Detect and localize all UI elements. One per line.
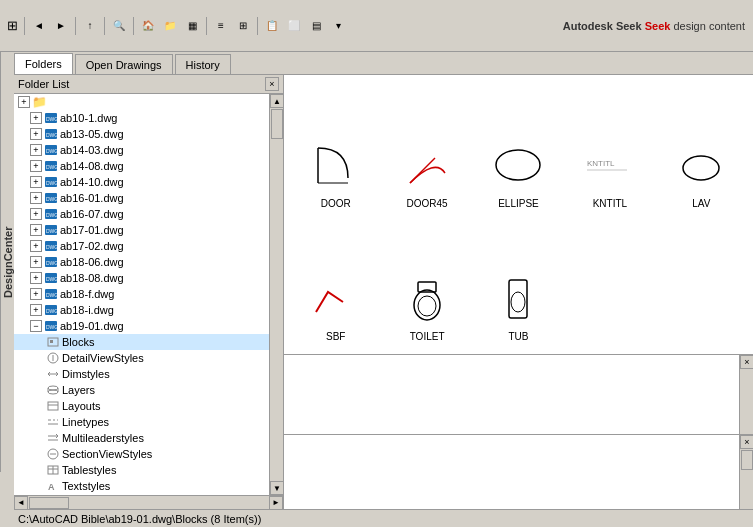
- expand-ab16-01[interactable]: +: [30, 192, 42, 204]
- list-item[interactable]: + DWG ab16-01.dwg: [14, 190, 283, 206]
- block-item-door45[interactable]: DOOR45: [383, 83, 470, 213]
- list-item[interactable]: − DWG ab19-01.dwg: [14, 318, 283, 334]
- sep6: [257, 17, 258, 35]
- block-item-kntitl[interactable]: KNTITL KNTITL: [566, 83, 653, 213]
- btn-home[interactable]: 🏠: [138, 16, 158, 36]
- list-item[interactable]: Multileaderstyles: [14, 430, 283, 446]
- h-scroll-right[interactable]: ►: [269, 496, 283, 510]
- expand-ab14-03[interactable]: +: [30, 144, 42, 156]
- dwg-icon-ab14-08: DWG: [44, 159, 58, 173]
- lower-panel-2-scroll-thumb[interactable]: [741, 450, 753, 470]
- list-item[interactable]: DetailViewStyles: [14, 350, 283, 366]
- btn-dropdown[interactable]: ▾: [328, 16, 348, 36]
- left-panel: Folder List × + 📁 + DWG ab10-1.dwg: [14, 75, 284, 509]
- content-area: Folder List × + 📁 + DWG ab10-1.dwg: [14, 74, 753, 509]
- svg-point-33: [48, 386, 58, 390]
- list-item[interactable]: Visualstyles: [14, 494, 283, 495]
- expand-ab17-02[interactable]: +: [30, 240, 42, 252]
- scroll-down-arrow[interactable]: ▼: [270, 481, 283, 495]
- block-item-lav[interactable]: LAV: [658, 83, 745, 213]
- block-item-sbf[interactable]: SBF: [292, 217, 379, 347]
- dim-icon: [46, 367, 60, 381]
- close-lower-panel-2-button[interactable]: ×: [740, 435, 753, 449]
- h-scroll-thumb[interactable]: [29, 497, 69, 509]
- list-item[interactable]: + DWG ab18-08.dwg: [14, 270, 283, 286]
- tree-h-scrollbar[interactable]: ◄ ►: [14, 495, 283, 509]
- btn-back[interactable]: ◄: [29, 16, 49, 36]
- expand-ab18-f[interactable]: +: [30, 288, 42, 300]
- svg-point-60: [683, 156, 719, 180]
- tub-preview: [488, 269, 548, 329]
- list-item[interactable]: + DWG ab17-01.dwg: [14, 222, 283, 238]
- close-lower-panel-1-button[interactable]: ×: [740, 355, 753, 369]
- expand-ab13[interactable]: +: [30, 128, 42, 140]
- layer-icon: [46, 383, 60, 397]
- btn-up[interactable]: ↑: [80, 16, 100, 36]
- right-panel: DOOR DOOR45: [284, 75, 753, 509]
- block-item-ellipse[interactable]: ELLIPSE: [475, 83, 562, 213]
- btn-list[interactable]: ≡: [211, 16, 231, 36]
- tab-open-drawings[interactable]: Open Drawings: [75, 54, 173, 74]
- list-item[interactable]: SectionViewStyles: [14, 446, 283, 462]
- expand-ab19-01[interactable]: −: [30, 320, 42, 332]
- btn-detail[interactable]: ⊞: [233, 16, 253, 36]
- list-item[interactable]: Tablestyles: [14, 462, 283, 478]
- expand-ab14-08[interactable]: +: [30, 160, 42, 172]
- expand-ab16-07[interactable]: +: [30, 208, 42, 220]
- list-item[interactable]: + DWG ab10-1.dwg: [14, 110, 283, 126]
- dwg-icon-ab18-06: DWG: [44, 255, 58, 269]
- expand-ab18-i[interactable]: +: [30, 304, 42, 316]
- list-item[interactable]: Layers: [14, 382, 283, 398]
- expand-ab18-08[interactable]: +: [30, 272, 42, 284]
- tree-item-root[interactable]: + 📁: [14, 94, 283, 110]
- list-item[interactable]: + DWG ab14-10.dwg: [14, 174, 283, 190]
- list-item[interactable]: Dimstyles: [14, 366, 283, 382]
- sep1: [24, 17, 25, 35]
- list-item[interactable]: Blocks: [14, 334, 283, 350]
- tab-folders[interactable]: Folders: [14, 53, 73, 74]
- block-item-toilet[interactable]: TOILET: [383, 217, 470, 347]
- list-item[interactable]: Layouts: [14, 398, 283, 414]
- tab-history[interactable]: History: [175, 54, 231, 74]
- expand-ab18-06[interactable]: +: [30, 256, 42, 268]
- dwg-icon-ab19-01: DWG: [44, 319, 58, 333]
- list-item[interactable]: Linetypes: [14, 414, 283, 430]
- expand-ab17-01[interactable]: +: [30, 224, 42, 236]
- item-label-ab19-01: ab19-01.dwg: [60, 320, 124, 332]
- list-item[interactable]: + DWG ab18-f.dwg: [14, 286, 283, 302]
- btn-search[interactable]: 🔍: [109, 16, 129, 36]
- btn-view2[interactable]: ⬜: [284, 16, 304, 36]
- kntitl-preview: KNTITL: [580, 136, 640, 196]
- scroll-thumb[interactable]: [271, 109, 283, 139]
- btn-tree[interactable]: 📁: [160, 16, 180, 36]
- btn-view1[interactable]: 📋: [262, 16, 282, 36]
- h-scroll-left[interactable]: ◄: [14, 496, 28, 510]
- expand-ab10[interactable]: +: [30, 112, 42, 124]
- expand-ab14-10[interactable]: +: [30, 176, 42, 188]
- btn-preview[interactable]: ▦: [182, 16, 202, 36]
- list-item[interactable]: + DWG ab14-08.dwg: [14, 158, 283, 174]
- dwg-icon-ab17-01: DWG: [44, 223, 58, 237]
- list-item[interactable]: + DWG ab17-02.dwg: [14, 238, 283, 254]
- svg-point-65: [511, 292, 525, 312]
- lav-preview: [671, 136, 731, 196]
- svg-text:DWG: DWG: [46, 324, 58, 330]
- btn-view3[interactable]: ▤: [306, 16, 326, 36]
- close-left-panel-button[interactable]: ×: [265, 77, 279, 91]
- list-item[interactable]: A Textstyles: [14, 478, 283, 494]
- tree-area[interactable]: + 📁 + DWG ab10-1.dwg + DWG ab13-05.dwg: [14, 94, 283, 495]
- tree-scrollbar[interactable]: ▲ ▼: [269, 94, 283, 495]
- list-item[interactable]: + DWG ab13-05.dwg: [14, 126, 283, 142]
- item-label-ab10: ab10-1.dwg: [60, 112, 118, 124]
- block-item-door[interactable]: DOOR: [292, 83, 379, 213]
- scroll-up-arrow[interactable]: ▲: [270, 94, 283, 108]
- btn-forward[interactable]: ►: [51, 16, 71, 36]
- list-item[interactable]: + DWG ab14-03.dwg: [14, 142, 283, 158]
- list-item[interactable]: + DWG ab16-07.dwg: [14, 206, 283, 222]
- block-item-tub[interactable]: TUB: [475, 217, 562, 347]
- expand-root[interactable]: +: [18, 96, 30, 108]
- sbf-preview: [306, 269, 366, 329]
- list-item[interactable]: + DWG ab18-i.dwg: [14, 302, 283, 318]
- item-label-sectionviewstyles: SectionViewStyles: [62, 448, 152, 460]
- list-item[interactable]: + DWG ab18-06.dwg: [14, 254, 283, 270]
